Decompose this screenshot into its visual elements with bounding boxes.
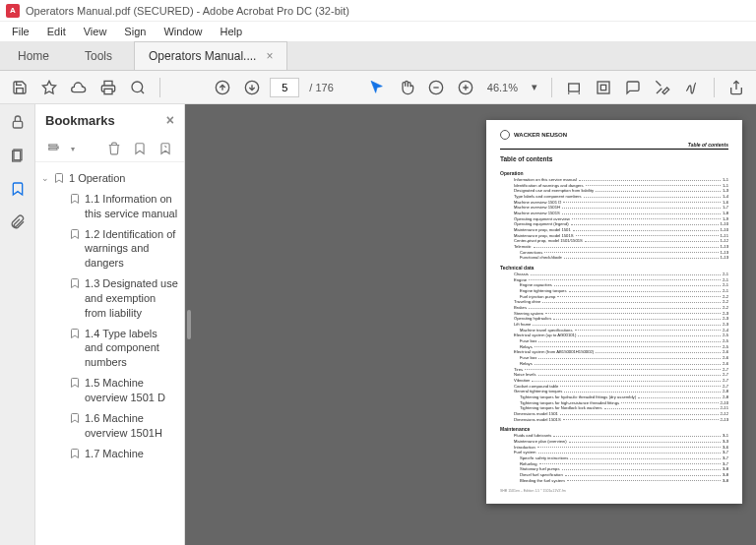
find-bookmark-icon[interactable] (157, 140, 174, 157)
svg-rect-9 (13, 121, 22, 128)
bookmarks-close-icon[interactable]: × (166, 112, 174, 128)
share-icon[interactable] (724, 76, 748, 99)
svg-rect-6 (569, 84, 580, 91)
bookmark-options-icon[interactable] (45, 140, 63, 157)
bookmark-label: 1.2 Identification of warnings and dange… (85, 227, 178, 272)
page-up-icon[interactable] (211, 76, 234, 99)
titlebar: A Operators Manual.pdf (SECURED) - Adobe… (0, 0, 756, 22)
grip-icon (187, 310, 191, 339)
toc-row: Bleeding the fuel system3-8 (500, 478, 728, 484)
bookmark-icon (53, 172, 65, 184)
attachments-icon[interactable] (8, 212, 28, 232)
page: WACKER NEUSON Table of contents Table of… (486, 120, 742, 504)
svg-rect-8 (600, 85, 605, 90)
star-icon[interactable] (37, 76, 61, 99)
thumbnails-icon[interactable] (8, 146, 28, 165)
menu-sign[interactable]: Sign (116, 24, 154, 39)
new-bookmark-icon[interactable] (131, 140, 149, 157)
tab-document[interactable]: Operators Manual.... × (134, 41, 287, 70)
svg-rect-12 (49, 145, 57, 147)
bookmark-label: 1.1 Information on this service manual (85, 192, 178, 221)
bookmark-item[interactable]: 1.4 Type labels and component numbers (39, 324, 180, 374)
menu-edit[interactable]: Edit (39, 24, 74, 39)
svg-point-1 (132, 82, 143, 92)
bookmarks-icon[interactable] (8, 179, 28, 199)
separator (551, 78, 552, 97)
bookmark-label: 1.6 Machine overview 1501H (85, 411, 178, 441)
hand-icon[interactable] (395, 76, 418, 99)
bookmark-label: 1.5 Machine overview 1501 D (85, 376, 178, 405)
logo-icon (500, 130, 510, 140)
toc-row: Dimensions model 1501S2-13 (500, 417, 728, 423)
annotate-icon[interactable] (621, 76, 645, 99)
bookmark-root[interactable]: ⌄ 1 Operation (39, 168, 180, 189)
menubar: File Edit View Sign Window Help (0, 22, 756, 41)
bookmark-item[interactable]: 1.2 Identification of warnings and dange… (39, 224, 180, 274)
page-total: / 176 (309, 82, 333, 93)
tab-document-label: Operators Manual.... (149, 49, 256, 63)
menu-file[interactable]: File (4, 24, 37, 39)
bookmarks-panel: Bookmarks × ▾ ⌄ 1 Operation 1.1 Informat… (35, 104, 185, 545)
separator (159, 78, 160, 97)
bookmark-icon (69, 193, 81, 205)
brand: WACKER NEUSON (500, 130, 728, 140)
zoom-in-icon[interactable] (454, 76, 477, 99)
bookmark-icon (69, 277, 81, 289)
bookmark-label: 1.4 Type labels and component numbers (85, 327, 178, 371)
chevron-down-icon[interactable]: ⌄ (41, 173, 53, 183)
print-icon[interactable] (96, 76, 120, 99)
bookmarks-tools: ▾ (35, 136, 184, 162)
tab-home[interactable]: Home (0, 42, 67, 70)
document-viewer[interactable]: WACKER NEUSON Table of contents Table of… (193, 104, 756, 545)
lock-icon[interactable] (8, 112, 28, 132)
pointer-icon[interactable] (365, 76, 389, 99)
zoom-out-icon[interactable] (424, 76, 448, 99)
toolbar: / 176 46.1% ▾ (0, 71, 756, 104)
bookmark-item[interactable]: 1.5 Machine overview 1501 D (39, 373, 180, 408)
zoom-dropdown-icon[interactable]: ▾ (528, 81, 541, 93)
highlight-icon[interactable] (651, 76, 674, 99)
fit-page-icon[interactable] (592, 76, 615, 99)
tabbar: Home Tools Operators Manual.... × (0, 41, 756, 71)
page-number-input[interactable] (270, 78, 299, 97)
menu-window[interactable]: Window (156, 24, 210, 39)
bookmark-label: 1.3 Designated use and exemption from li… (85, 276, 178, 321)
bookmark-label: 1.7 Machine (85, 447, 144, 461)
separator (714, 78, 715, 97)
save-icon[interactable] (8, 76, 32, 99)
bookmark-icon (69, 228, 81, 240)
window-title: Operators Manual.pdf (SECURED) - Adobe A… (26, 5, 349, 17)
fit-width-icon[interactable] (562, 76, 586, 99)
toc-row: Functional check/diode1-13 (500, 255, 728, 261)
bookmark-label: 1 Operation (69, 171, 125, 186)
page-footer: SHB 1501en – Edition 1.5 * 1501a11VZ.fm (500, 489, 728, 493)
menu-view[interactable]: View (76, 24, 115, 39)
trash-icon[interactable] (105, 140, 123, 157)
svg-rect-13 (49, 148, 57, 150)
rail-bar (0, 104, 35, 545)
bookmark-item[interactable]: 1.6 Machine overview 1501H (39, 408, 180, 444)
svg-rect-7 (598, 82, 609, 93)
menu-help[interactable]: Help (213, 24, 251, 39)
bookmark-item[interactable]: 1.1 Information on this service manual (39, 189, 180, 224)
bookmark-icon (69, 448, 81, 459)
zoom-value[interactable]: 46.1% (483, 82, 522, 93)
search-icon[interactable] (126, 76, 150, 99)
tab-tools[interactable]: Tools (67, 42, 130, 70)
page-down-icon[interactable] (240, 76, 264, 99)
tab-close-icon[interactable]: × (266, 49, 273, 63)
sign-icon[interactable] (680, 76, 704, 99)
bookmark-icon (69, 412, 81, 424)
app-icon: A (6, 4, 20, 18)
bookmark-item[interactable]: 1.7 Machine (39, 444, 180, 464)
toc-title: Table of contents (500, 155, 728, 162)
dropdown-icon[interactable]: ▾ (71, 145, 75, 153)
bookmarks-title: Bookmarks (45, 113, 115, 128)
cloud-icon[interactable] (67, 76, 91, 99)
brand-name: WACKER NEUSON (514, 132, 567, 138)
bookmarks-tree: ⌄ 1 Operation 1.1 Information on this se… (35, 162, 184, 545)
svg-rect-0 (104, 89, 112, 93)
bookmark-icon (69, 328, 81, 339)
bookmark-item[interactable]: 1.3 Designated use and exemption from li… (39, 273, 180, 324)
panel-resizer[interactable] (185, 104, 193, 545)
